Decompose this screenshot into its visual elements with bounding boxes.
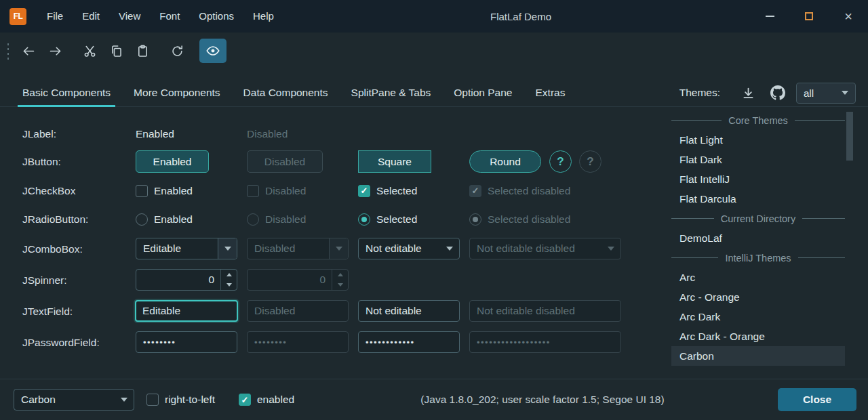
- checkbox-label: Selected disabled: [488, 185, 570, 197]
- spinner-down-button[interactable]: [221, 280, 237, 290]
- tab-basic-components[interactable]: Basic Components: [11, 79, 122, 106]
- minimize-button[interactable]: [750, 0, 789, 33]
- square-button[interactable]: Square: [358, 150, 431, 173]
- copy-icon: [109, 44, 123, 58]
- menu-file[interactable]: File: [37, 0, 73, 33]
- spinner-value[interactable]: 0: [136, 270, 220, 290]
- tab-more-components[interactable]: More Components: [122, 79, 232, 106]
- github-icon: [770, 85, 785, 100]
- chevron-down-icon: [336, 247, 342, 251]
- tab-data-components[interactable]: Data Components: [232, 79, 340, 106]
- main-tabs: Basic Components More Components Data Co…: [0, 79, 868, 107]
- forward-button[interactable]: [43, 39, 67, 63]
- maximize-button[interactable]: [789, 0, 829, 33]
- menu-help[interactable]: Help: [243, 0, 283, 33]
- app-window: FL File Edit View Font Options Help Flat…: [0, 0, 868, 420]
- check-icon: ✓: [361, 186, 368, 195]
- theme-item-arc[interactable]: Arc: [671, 268, 845, 287]
- close-button[interactable]: Close: [778, 388, 856, 411]
- combobox-not-editable[interactable]: Not editable: [358, 238, 460, 259]
- combobox-arrow-button[interactable]: [218, 238, 237, 259]
- copy-button[interactable]: [104, 39, 128, 63]
- combobox-arrow-button: [329, 238, 348, 259]
- textfield-disabled: Disabled: [247, 300, 349, 322]
- passwordfield-not-editable[interactable]: ••••••••••••: [358, 331, 460, 353]
- spinner-up-button[interactable]: [221, 270, 237, 280]
- jbutton-row-label: JButton:: [22, 150, 61, 173]
- checkbox-enabled[interactable]: Enabled: [136, 180, 193, 202]
- enabled-checkbox[interactable]: ✓ enabled: [239, 389, 294, 411]
- textfield-not-editable[interactable]: Not editable: [358, 300, 460, 322]
- separator-line: [671, 218, 714, 219]
- theme-item-demolaf[interactable]: DemoLaf: [671, 228, 845, 248]
- theme-combobox[interactable]: Carbon: [14, 389, 134, 411]
- app-logo-icon: FL: [9, 8, 26, 25]
- cut-button[interactable]: [77, 39, 102, 63]
- theme-item-arc-dark[interactable]: Arc Dark: [671, 307, 845, 327]
- tab-splitpane-tabs[interactable]: SplitPane & Tabs: [340, 79, 443, 106]
- checkbox-selected[interactable]: ✓ Selected: [358, 180, 417, 202]
- help-button[interactable]: ?: [549, 150, 572, 173]
- spinner-arrows: [220, 270, 237, 290]
- theme-filter-value: all: [804, 87, 814, 99]
- scrollbar-thumb[interactable]: [846, 112, 853, 161]
- themes-scrollbar[interactable]: [846, 110, 853, 379]
- menu-view[interactable]: View: [109, 0, 150, 33]
- eye-icon: [205, 43, 220, 58]
- download-themes-button[interactable]: [736, 82, 760, 104]
- theme-item-flat-light[interactable]: Flat Light: [671, 130, 845, 150]
- combobox-value: Not editable: [359, 243, 440, 255]
- theme-item-arc-dark-orange[interactable]: Arc Dark - Orange: [671, 327, 845, 346]
- back-button[interactable]: [16, 39, 41, 63]
- jspinner-row: JSpinner: 0 0: [0, 269, 668, 291]
- jlabel-enabled: Enabled: [136, 123, 174, 145]
- combobox-arrow-button: [601, 238, 620, 259]
- theme-item-arc-orange[interactable]: Arc - Orange: [671, 287, 845, 307]
- chevron-up-icon: [338, 273, 343, 276]
- theme-item-flat-dark[interactable]: Flat Dark: [671, 150, 845, 169]
- radio-enabled[interactable]: Enabled: [136, 208, 193, 230]
- menu-options[interactable]: Options: [189, 0, 243, 33]
- tab-extras[interactable]: Extras: [524, 79, 577, 106]
- jbutton-row: JButton: Enabled Disabled Square Round ?…: [0, 150, 668, 173]
- theme-item-carbon[interactable]: Carbon: [671, 346, 845, 366]
- jlabel-row: JLabel: Enabled Disabled: [0, 123, 668, 145]
- checkbox-label: Enabled: [154, 185, 193, 197]
- theme-item-flat-intellij[interactable]: Flat IntelliJ: [671, 169, 845, 189]
- menu-edit[interactable]: Edit: [73, 0, 109, 33]
- radio-selected[interactable]: Selected: [358, 208, 417, 230]
- passwordfield-enabled[interactable]: ••••••••: [136, 331, 237, 353]
- menu-font[interactable]: Font: [150, 0, 189, 33]
- passwordfield-not-editable-disabled: ••••••••••••••••••: [469, 331, 621, 353]
- combobox-value[interactable]: Editable: [136, 243, 218, 255]
- textfield-editable[interactable]: Editable: [135, 300, 238, 322]
- combobox-editable[interactable]: Editable: [136, 238, 237, 259]
- chevron-down-icon: [121, 398, 127, 402]
- spinner-disabled: 0: [247, 269, 349, 291]
- window-controls: ×: [750, 0, 868, 33]
- themes-separator-intellij: IntelliJ Themes: [671, 248, 845, 268]
- github-button[interactable]: [766, 82, 789, 104]
- jlabel-row-label: JLabel:: [22, 123, 56, 145]
- refresh-button[interactable]: [165, 39, 189, 63]
- basic-components-panel: JLabel: Enabled Disabled JButton: Enable…: [0, 107, 668, 379]
- spinner-enabled[interactable]: 0: [136, 269, 237, 291]
- theme-filter-combobox[interactable]: all: [796, 83, 856, 104]
- show-hidden-toggle-button[interactable]: [199, 39, 226, 63]
- tab-option-pane[interactable]: Option Pane: [442, 79, 524, 106]
- close-window-button[interactable]: ×: [829, 0, 868, 33]
- enabled-button[interactable]: Enabled: [136, 150, 209, 173]
- jlabel-disabled: Disabled: [247, 123, 288, 145]
- checkbox-box: ✓: [358, 185, 370, 197]
- round-button[interactable]: Round: [469, 150, 541, 173]
- right-to-left-checkbox[interactable]: right-to-left: [146, 389, 215, 411]
- combobox-arrow-button[interactable]: [440, 238, 459, 259]
- paste-button[interactable]: [130, 39, 155, 63]
- theme-item-flat-darcula[interactable]: Flat Darcula: [671, 189, 845, 209]
- radio-label: Selected: [376, 213, 417, 226]
- combobox-arrow-button[interactable]: [115, 390, 134, 410]
- checkbox-box: [146, 394, 159, 406]
- spinner-down-button: [332, 280, 348, 290]
- toolbar-grip-handle[interactable]: [7, 42, 9, 60]
- jpasswordfield-row-label: JPasswordField:: [22, 331, 100, 354]
